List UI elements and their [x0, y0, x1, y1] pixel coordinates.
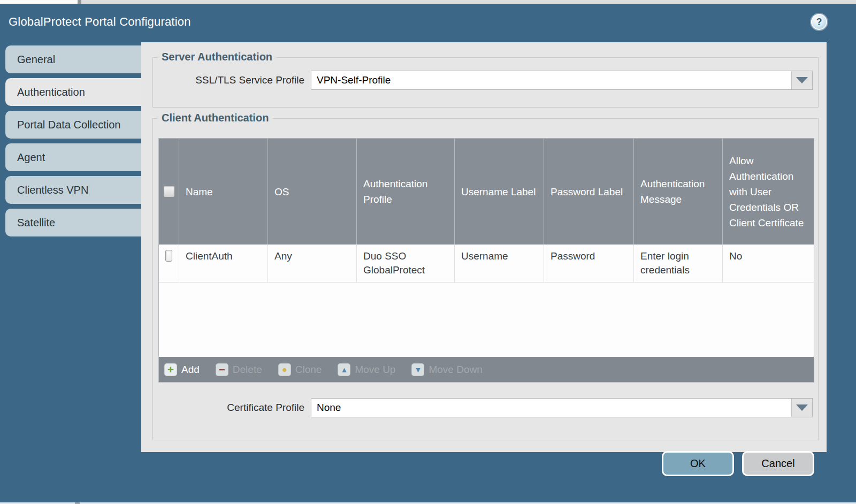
ssl-tls-service-profile-label: SSL/TLS Service Profile	[154, 74, 311, 86]
chevron-down-icon	[796, 77, 808, 83]
table-toolbar: + Add − Delete ● Clone	[159, 357, 814, 382]
ok-button-label: OK	[690, 457, 706, 470]
row-checkbox[interactable]	[165, 250, 172, 262]
background-page-top-divider	[78, 0, 81, 4]
certificate-profile-value[interactable]: None	[311, 399, 791, 417]
add-button-label: Add	[181, 364, 200, 376]
certificate-profile-label: Certificate Profile	[154, 402, 311, 414]
certificate-profile-row: Certificate Profile None	[154, 398, 813, 417]
certificate-profile-dropdown[interactable]: None	[311, 398, 813, 417]
cell-username-label[interactable]: Username	[455, 245, 544, 282]
help-icon-glyph: ?	[816, 17, 822, 28]
help-icon[interactable]: ?	[811, 14, 827, 30]
certificate-profile-dropdown-button[interactable]	[791, 399, 812, 417]
column-header-password-label[interactable]: Password Label	[544, 139, 634, 245]
delete-button-label: Delete	[233, 364, 262, 376]
globalprotect-portal-config-dialog: GlobalProtect Portal Configuration ? Gen…	[0, 4, 856, 502]
clone-button[interactable]: ● Clone	[278, 363, 322, 376]
row-checkbox-cell	[159, 245, 179, 282]
header-select-all-cell	[159, 139, 179, 245]
arrow-down-icon: ▼	[411, 363, 424, 376]
column-header-authentication-profile[interactable]: Authentication Profile	[357, 139, 455, 245]
sidebar-tabs: General Authentication Portal Data Colle…	[5, 45, 141, 241]
cell-password-label[interactable]: Password	[544, 245, 634, 282]
table-row[interactable]: ClientAuth Any Duo SSO GlobalProtect Use…	[159, 245, 814, 282]
client-authentication-table: Name OS Authentication Profile Username …	[158, 138, 814, 383]
tab-general[interactable]: General	[5, 45, 141, 73]
delete-button[interactable]: − Delete	[216, 363, 262, 376]
cell-allow-auth[interactable]: No	[723, 245, 814, 282]
cancel-button[interactable]: Cancel	[742, 451, 814, 476]
column-header-allow-auth[interactable]: Allow Authentication with User Credentia…	[723, 139, 814, 245]
column-header-name[interactable]: Name	[179, 139, 268, 245]
tab-label: Authentication	[17, 86, 85, 98]
add-button[interactable]: + Add	[164, 363, 200, 376]
server-authentication-section: Server Authentication SSL/TLS Service Pr…	[152, 57, 819, 108]
chevron-down-icon	[796, 404, 808, 411]
tab-agent[interactable]: Agent	[5, 143, 141, 171]
ssl-tls-service-profile-value[interactable]: VPN-Self-Profile	[311, 71, 791, 89]
tab-label: Clientless VPN	[17, 184, 88, 196]
clone-icon: ●	[278, 363, 291, 376]
column-header-username-label[interactable]: Username Label	[455, 139, 544, 245]
cell-authentication-message[interactable]: Enter login credentials	[634, 245, 723, 282]
main-panel: Server Authentication SSL/TLS Service Pr…	[141, 42, 827, 452]
client-authentication-legend: Client Authentication	[157, 112, 273, 124]
tab-label: Satellite	[17, 217, 55, 229]
ssl-tls-service-profile-row: SSL/TLS Service Profile VPN-Self-Profile	[154, 71, 813, 90]
ssl-tls-dropdown-button[interactable]	[791, 71, 812, 89]
cell-name[interactable]: ClientAuth	[179, 245, 268, 282]
tab-clientless-vpn[interactable]: Clientless VPN	[5, 176, 141, 204]
column-header-os[interactable]: OS	[268, 139, 357, 245]
tab-portal-data-collection[interactable]: Portal Data Collection	[5, 111, 141, 139]
tab-satellite[interactable]: Satellite	[5, 209, 141, 236]
background-page-top-edge	[0, 0, 856, 4]
ok-button[interactable]: OK	[662, 451, 734, 476]
background-page-top-edge-left	[0, 0, 78, 4]
server-authentication-legend: Server Authentication	[157, 51, 277, 63]
minus-icon: −	[216, 363, 228, 376]
dialog-title: GlobalProtect Portal Configuration	[9, 15, 191, 29]
cancel-button-label: Cancel	[761, 457, 794, 470]
plus-icon: +	[164, 363, 177, 376]
clone-button-label: Clone	[295, 364, 322, 376]
tab-label: General	[17, 54, 55, 66]
move-down-button-label: Move Down	[429, 364, 482, 376]
cell-authentication-profile[interactable]: Duo SSO GlobalProtect	[357, 245, 455, 282]
tab-label: Agent	[17, 151, 45, 164]
tab-authentication[interactable]: Authentication	[5, 78, 141, 106]
move-down-button[interactable]: ▼ Move Down	[411, 363, 482, 376]
column-header-authentication-message[interactable]: Authentication Message	[634, 139, 723, 245]
ssl-tls-service-profile-dropdown[interactable]: VPN-Self-Profile	[311, 71, 813, 90]
cell-os[interactable]: Any	[268, 245, 357, 282]
arrow-up-icon: ▲	[338, 363, 350, 376]
table-header-row: Name OS Authentication Profile Username …	[159, 139, 814, 245]
table-empty-area	[159, 282, 814, 357]
tab-label: Portal Data Collection	[17, 119, 120, 131]
move-up-button[interactable]: ▲ Move Up	[338, 363, 395, 376]
client-authentication-section: Client Authentication Name OS Authentica…	[152, 118, 819, 440]
move-up-button-label: Move Up	[355, 364, 395, 376]
select-all-checkbox[interactable]	[163, 186, 175, 197]
